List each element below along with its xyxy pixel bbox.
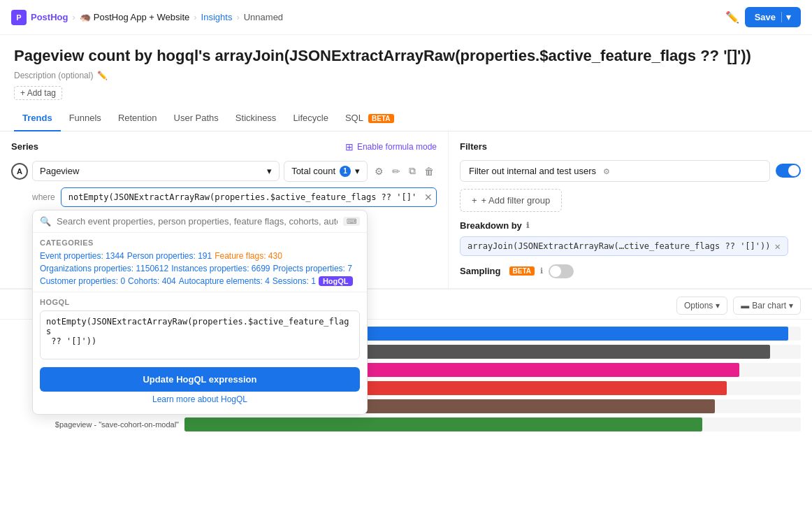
main-content: Series ⊞ Enable formula mode A Pageview … [0,131,812,436]
series-title: Series [11,141,38,152]
where-clear-button[interactable]: ✕ [424,192,433,203]
tab-retention[interactable]: Retention [110,106,166,131]
sampling-info-icon[interactable]: ℹ [540,266,543,276]
series-panel-header: Series ⊞ Enable formula mode [11,141,437,152]
save-button[interactable]: Save ▾ [745,7,801,27]
cat-person-props[interactable]: Person properties: 191 [127,251,212,261]
tab-funnels[interactable]: Funnels [61,106,110,131]
series-panel: Series ⊞ Enable formula mode A Pageview … [0,131,449,288]
search-input[interactable] [57,216,338,227]
series-delete-icon[interactable]: 🗑 [421,164,437,178]
tab-stickiness[interactable]: Stickiness [227,106,285,131]
sql-beta-badge: BETA [368,114,393,123]
series-copy-icon[interactable]: ⧉ [406,164,419,178]
metric-badge: 1 [340,166,351,177]
insights-breadcrumb[interactable]: Insights [201,12,233,22]
filter-toggle[interactable] [776,164,801,178]
sep2: › [194,12,196,22]
save-dropdown-icon[interactable]: ▾ [781,12,791,22]
cat-cohorts[interactable]: Cohorts: 404 [128,276,176,286]
options-button[interactable]: Options ▾ [676,297,727,315]
categories-label: CATEGORIES [40,238,360,247]
sep1: › [72,12,75,22]
filter-label: Filter out internal and test users ⚙ [460,160,770,182]
filters-panel: Filters Filter out internal and test use… [449,131,812,288]
cat-hogql[interactable]: HogQL [319,276,353,286]
filter-row: Filter out internal and test users ⚙ [460,160,801,182]
tab-sql[interactable]: SQL BETA [337,106,403,131]
series-filters-row: Series ⊞ Enable formula mode A Pageview … [0,131,812,289]
cat-project-props[interactable]: Projects properties: 7 [273,264,352,273]
bar-track [184,417,801,431]
cat-sessions[interactable]: Sessions: 1 [273,276,316,286]
sampling-section: Sampling BETA ℹ [460,264,801,278]
tab-lifecycle[interactable]: Lifecycle [284,106,337,131]
enable-formula-button[interactable]: ⊞ Enable formula mode [345,141,437,152]
event-select[interactable]: Pageview ▾ [32,161,280,181]
sampling-beta-badge: BETA [509,266,535,276]
tab-trends[interactable]: Trends [14,106,61,131]
learn-hogql-link[interactable]: Learn more about HogQL [40,394,360,408]
categories-grid: Event properties: 1344 Person properties… [40,251,360,286]
edit-description-icon[interactable]: ✏️ [97,71,108,80]
search-icon: 🔍 [40,216,51,227]
metric-chevron: ▾ [355,166,360,176]
where-row: where ✕ [32,187,437,207]
add-filter-group-button[interactable]: + + Add filter group [460,189,562,212]
breakdown-header: Breakdown by ℹ [460,220,801,231]
add-tag-button[interactable]: + Add tag [14,86,62,100]
metric-select[interactable]: Total count 1 ▾ [284,161,368,182]
cat-org-props[interactable]: Organizations properties: 1150612 [40,264,168,273]
hogql-section: HOGQL notEmpty(JSONExtractArrayRaw(prope… [33,292,367,414]
series-body: A Pageview ▾ Total count 1 ▾ ⚙ ✏ ⧉ 🗑 [11,161,437,207]
series-letter-a: A [11,163,28,180]
breakdown-section: Breakdown by ℹ arrayJoin(JSONExtractArra… [460,220,801,256]
series-actions: ⚙ ✏ ⧉ 🗑 [372,164,437,178]
bar-fill [184,417,702,431]
cat-event-props[interactable]: Event properties: 1344 [40,251,124,261]
table-row: $pageview - "save-cohort-on-modal" [11,417,801,431]
title-section: Pageview count by hogql's arrayJoin(JSON… [0,35,812,106]
categories-section: CATEGORIES Event properties: 1344 Person… [33,233,367,292]
formula-icon: ⊞ [345,141,354,152]
filters-title: Filters [460,141,487,152]
sampling-toggle[interactable] [549,264,574,278]
where-input[interactable] [61,187,437,207]
description-placeholder: Description (optional) [14,71,93,80]
current-page: Unnamed [244,12,283,22]
search-box-row: 🔍 ⌨ [33,210,367,233]
hogql-label: HOGQL [40,298,360,306]
insight-title: Pageview count by hogql's arrayJoin(JSON… [14,46,798,66]
hogql-textarea[interactable]: notEmpty(JSONExtractArrayRaw(properties.… [40,310,360,359]
property-dropdown: 🔍 ⌨ CATEGORIES Event properties: 1344 Pe… [32,210,368,415]
options-chevron: ▾ [716,301,720,310]
chart-type-button[interactable]: ▬ Bar chart ▾ [733,297,801,315]
posthog-logo: P [11,10,27,25]
cat-autocapture[interactable]: Autocapture elements: 4 [179,276,270,286]
where-input-container: ✕ [61,187,437,207]
tabs-bar: Trends Funnels Retention User Paths Stic… [0,106,812,131]
update-hogql-button[interactable]: Update HogQL expression [40,367,360,392]
filters-panel-header: Filters [460,141,801,152]
breakdown-tag: arrayJoin(JSONExtractArrayRaw(…ctive_fea… [460,236,788,256]
series-edit-icon[interactable]: ✏ [389,164,403,178]
description-row: Description (optional) ✏️ [14,71,798,80]
series-filter-icon[interactable]: ⚙ [372,164,386,178]
sep3: › [236,12,239,22]
breakdown-info-icon[interactable]: ℹ [526,221,529,230]
app-name[interactable]: PostHog App + Website [94,12,189,22]
cat-customer-props[interactable]: Customer properties: 0 [40,276,125,286]
cat-feature-flags[interactable]: Feature flags: 430 [215,251,282,261]
chart-type-chevron: ▾ [789,301,793,310]
kbd-hint: ⌨ [343,217,360,226]
edit-title-button[interactable]: ✏️ [725,10,739,24]
filter-settings-icon[interactable]: ⚙ [603,167,610,176]
breakdown-close-button[interactable]: ✕ [774,241,780,252]
select-chevron: ▾ [267,166,272,176]
brand-name[interactable]: PostHog [31,12,68,22]
cat-instance-props[interactable]: Instances properties: 6699 [171,264,270,273]
breadcrumb: P PostHog › 🦔 PostHog App + Website › In… [0,0,812,35]
series-row: A Pageview ▾ Total count 1 ▾ ⚙ ✏ ⧉ 🗑 [11,161,437,182]
tab-user-paths[interactable]: User Paths [166,106,227,131]
where-label: where [32,192,55,202]
